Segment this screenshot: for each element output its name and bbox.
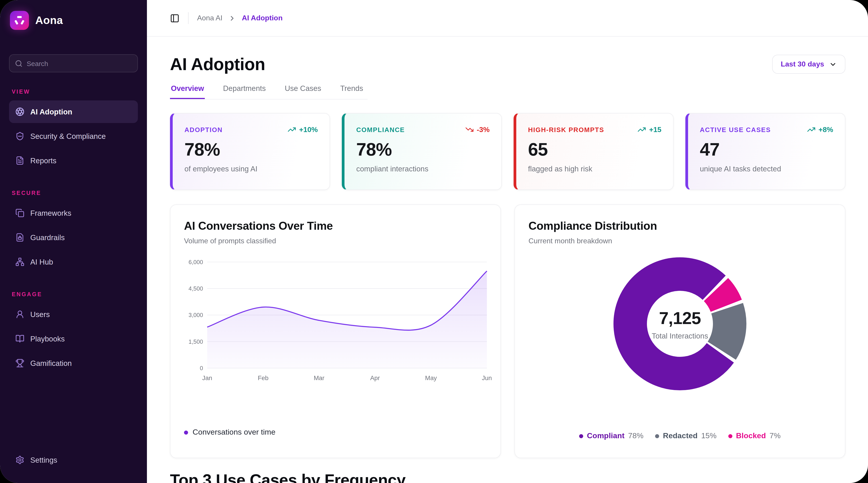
tab-use-cases[interactable]: Use Cases (284, 84, 322, 99)
legend-label: Conversations over time (193, 428, 276, 437)
sidebar-item-security-compliance[interactable]: Security & Compliance (9, 125, 138, 147)
svg-text:0: 0 (200, 365, 203, 371)
brand-name: Aona (35, 14, 63, 27)
section-label: ENGAGE (9, 291, 138, 298)
sidebar-item-label: Frameworks (30, 209, 71, 217)
svg-text:3,000: 3,000 (188, 312, 203, 318)
stat-description: compliant interactions (356, 164, 490, 173)
section-heading-top-use-cases: Top 3 Use Cases by Frequency (170, 471, 845, 483)
gear-icon (16, 455, 24, 464)
breadcrumb-root[interactable]: Aona AI (197, 14, 222, 22)
sidebar-item-label: Playbooks (30, 334, 65, 343)
page-title: AI Adoption (170, 55, 265, 74)
section-label: SECURE (9, 190, 138, 196)
sidebar: Aona VIEW AI Adoption Security & Complia… (0, 0, 147, 483)
chart-subtitle: Current month breakdown (528, 237, 831, 245)
trophy-icon (16, 359, 24, 368)
trending-down-icon (465, 125, 473, 134)
stat-delta: +15 (638, 125, 661, 134)
stat-value: 78% (356, 139, 490, 160)
stat-label: ACTIVE USE CASES (700, 126, 771, 133)
legend-dot (184, 430, 188, 434)
legend-item-blocked: Blocked 7% (728, 431, 780, 441)
donut-chart-card: Compliance Distribution Current month br… (515, 204, 845, 458)
file-lock-icon (16, 233, 24, 242)
stat-label: ADOPTION (184, 126, 223, 133)
legend-dot (728, 434, 733, 438)
chart-title: AI Conversations Over Time (184, 219, 487, 233)
donut-chart: 7,125 Total Interactions (608, 251, 752, 398)
legend-dot (579, 434, 583, 438)
sidebar-section-engage: ENGAGE Users Playbooks Gamification (9, 291, 138, 376)
search-icon (15, 59, 23, 67)
sidebar-item-label: Security & Compliance (30, 132, 106, 141)
donut-total-label: Total Interactions (646, 331, 714, 341)
stat-description: unique AI tasks detected (700, 164, 833, 173)
line-chart-legend: Conversations over time (184, 428, 487, 437)
sidebar-toggle-icon[interactable] (170, 13, 180, 23)
tab-departments[interactable]: Departments (222, 84, 267, 99)
stat-delta: +8% (807, 125, 833, 134)
stats-row: ADOPTION +10% 78% of employees using AI … (170, 113, 845, 190)
search-input[interactable] (27, 59, 132, 67)
title-row: AI Adoption Last 30 days (170, 55, 845, 74)
stat-value: 65 (528, 139, 661, 160)
date-range-label: Last 30 days (781, 60, 824, 68)
sidebar-section-view: VIEW AI Adoption Security & Compliance R… (9, 89, 138, 174)
sidebar-item-gamification[interactable]: Gamification (9, 352, 138, 374)
svg-text:4,500: 4,500 (188, 285, 203, 292)
chevron-down-icon (829, 60, 837, 68)
stat-value: 47 (700, 139, 833, 160)
sidebar-item-label: Gamification (30, 359, 72, 367)
stat-card-high-risk-prompts: HIGH-RISK PROMPTS +15 65 flagged as high… (514, 113, 674, 190)
chart-subtitle: Volume of prompts classified (184, 237, 487, 245)
donut-legend: Compliant 78% Redacted 15% Blocked 7% (528, 431, 831, 441)
trending-up-icon (287, 125, 296, 134)
chevron-right-icon (228, 14, 236, 22)
search-input-container[interactable] (9, 54, 138, 72)
top-header: Aona AI AI Adoption (147, 0, 868, 37)
section-label: VIEW (9, 89, 138, 95)
breadcrumb-current[interactable]: AI Adoption (242, 14, 283, 22)
shield-icon (16, 131, 24, 141)
file-text-icon (16, 156, 24, 165)
sidebar-item-frameworks[interactable]: Frameworks (9, 202, 138, 224)
date-range-button[interactable]: Last 30 days (772, 55, 845, 74)
sidebar-item-ai-hub[interactable]: AI Hub (9, 250, 138, 273)
sidebar-item-playbooks[interactable]: Playbooks (9, 327, 138, 350)
line-chart-svg: 01,5003,0004,5006,000JanFebMarAprMayJun (184, 259, 487, 383)
sidebar-section-secure: SECURE Frameworks Guardrails AI Hub (9, 190, 138, 275)
stat-description: flagged as high risk (528, 164, 661, 173)
svg-text:Feb: Feb (258, 374, 268, 382)
svg-text:May: May (425, 374, 437, 382)
copy-icon (16, 209, 24, 217)
legend-item-compliant: Compliant 78% (579, 431, 644, 441)
trending-up-icon (807, 125, 815, 134)
legend-dot (655, 434, 659, 438)
donut-total-value: 7,125 (646, 309, 714, 328)
aperture-icon (16, 107, 24, 116)
tab-trends[interactable]: Trends (339, 84, 364, 99)
sidebar-item-settings[interactable]: Settings (9, 449, 138, 471)
sidebar-item-users[interactable]: Users (9, 303, 138, 326)
tab-overview[interactable]: Overview (170, 84, 205, 99)
main-area: Aona AI AI Adoption AI Adoption Last 30 … (147, 0, 868, 483)
donut-center: 7,125 Total Interactions (646, 309, 714, 341)
svg-text:Jun: Jun (482, 374, 492, 382)
stat-value: 78% (184, 139, 318, 160)
sidebar-footer: Settings (9, 449, 138, 473)
header-divider (188, 12, 188, 24)
sidebar-item-guardrails[interactable]: Guardrails (9, 226, 138, 249)
network-icon (16, 257, 24, 266)
stat-label: HIGH-RISK PROMPTS (528, 126, 604, 133)
chart-title: Compliance Distribution (528, 219, 831, 233)
sidebar-item-label: AI Adoption (30, 108, 72, 116)
sidebar-item-ai-adoption[interactable]: AI Adoption (9, 100, 138, 123)
svg-text:Jan: Jan (202, 374, 212, 382)
line-chart-card: AI Conversations Over Time Volume of pro… (170, 204, 501, 458)
tab-bar: Overview Departments Use Cases Trends (170, 84, 368, 99)
svg-text:1,500: 1,500 (188, 338, 203, 345)
sidebar-item-label: Guardrails (30, 233, 65, 242)
aona-logo-icon (10, 11, 29, 30)
sidebar-item-reports[interactable]: Reports (9, 149, 138, 172)
